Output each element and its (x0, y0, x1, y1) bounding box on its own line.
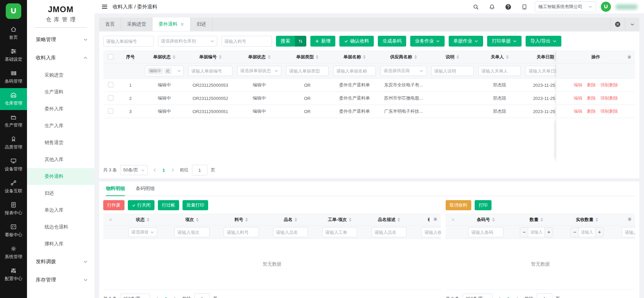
close-line-button[interactable]: 行关闭 (128, 200, 155, 210)
delete-link[interactable]: 删除 (587, 96, 596, 101)
filter-barcode-input[interactable] (468, 227, 503, 237)
col-qty[interactable]: 数量 (511, 214, 562, 226)
qty-input[interactable] (528, 230, 544, 235)
filter-status-tag-select[interactable]: 编辑中 处 (145, 65, 184, 76)
col-supplier[interactable]: 供应商名称 (378, 51, 429, 63)
confirm-receive-button[interactable]: 确认收料 (339, 36, 374, 47)
column-settings-gear-icon[interactable] (627, 55, 632, 60)
sidebar-item-move-inbound[interactable]: 挪料入库 (27, 236, 94, 252)
toggle-advanced-search-button[interactable] (295, 36, 306, 47)
col-workorder-line[interactable]: 工单-项次 (315, 214, 364, 226)
filter-line-no-input[interactable] (174, 227, 209, 237)
print-button[interactable]: 打印 (475, 200, 492, 210)
col-note[interactable]: 说明 (429, 51, 476, 63)
page-size-select[interactable]: 50条/页 (120, 165, 147, 175)
filter-doc-type-input[interactable] (286, 66, 329, 76)
sort-icons[interactable] (595, 218, 598, 222)
batch-print-button[interactable]: 批量打印 (183, 200, 208, 210)
select-all-checkbox[interactable] (108, 54, 113, 59)
col-part-desc[interactable]: 品名描述 (364, 214, 414, 226)
sort-icons[interactable] (295, 218, 297, 222)
post-line-button[interactable]: 行过帐 (158, 200, 179, 210)
table-horizontal-scroll[interactable]: 序号 单据状态 单据编号 单据状态 单据类型 单据名称 供应商名称 说明 关单人 (103, 51, 635, 161)
import-export-dropdown[interactable]: 导入/导出 (526, 36, 561, 47)
sort-icons[interactable] (245, 218, 248, 222)
current-page[interactable]: 1 (162, 168, 166, 173)
col-doc-status[interactable]: 单据状态 (235, 51, 284, 63)
current-page[interactable]: 1 (164, 296, 168, 298)
sort-icons[interactable] (456, 55, 459, 59)
tab-giveback[interactable]: 归还 (191, 18, 213, 31)
doc-no-search-input[interactable] (103, 36, 154, 47)
col-part-no[interactable]: 料号 (217, 214, 266, 226)
close-icon[interactable] (109, 218, 113, 222)
add-button[interactable]: 新增 (310, 36, 335, 47)
avatar[interactable] (601, 2, 611, 12)
menu-group-receiving[interactable]: 收料入库 (27, 49, 94, 67)
prev-page-button[interactable] (151, 165, 159, 175)
col-line-status[interactable]: 状态 (118, 214, 167, 226)
sidebar-item-lineside-return[interactable]: 线边仓退料 (27, 219, 94, 236)
col-doc-status-tag[interactable]: 单据状态 (143, 51, 186, 63)
close-all-tabs-button[interactable] (610, 18, 625, 31)
filter-workorder-input[interactable] (322, 227, 357, 237)
document-ops-dropdown[interactable]: 单据作业 (449, 36, 483, 47)
goto-page-input[interactable] (194, 293, 210, 298)
void-line-button[interactable]: 行作废 (103, 200, 124, 210)
filter-clipped-input[interactable] (622, 227, 635, 237)
company-select[interactable]: 楠工智能系统有限公司 (535, 1, 596, 12)
rail-item-system[interactable]: 系统管理 (0, 242, 27, 264)
menu-group-strategy[interactable]: 策略管理 (27, 30, 94, 49)
rail-item-report-center[interactable]: 报表中心 (0, 198, 27, 220)
tab-barcode-detail[interactable]: 条码明细 (136, 182, 155, 196)
notifications-button[interactable] (486, 1, 498, 12)
filter-part-desc-input[interactable] (371, 227, 407, 237)
sort-icons[interactable] (414, 55, 417, 59)
force-delete-link[interactable]: 强制删除 (600, 82, 618, 87)
rail-item-barcode[interactable]: 条码管理 (0, 66, 27, 88)
table-row[interactable]: 1 编辑中 OR231125000053 编辑中 OR 委外生产退料单 东莞市全… (103, 79, 635, 92)
sidebar-item-outsourcing-inbound[interactable]: 委外入库 (27, 101, 94, 117)
col-doc-type[interactable]: 单据类型 (284, 51, 331, 63)
row-checkbox[interactable] (108, 108, 113, 114)
next-page-button[interactable] (169, 165, 176, 175)
edit-link[interactable]: 编辑 (573, 96, 582, 101)
col-doc-name[interactable]: 单据名称 (331, 51, 378, 63)
tab-outsourcing-return[interactable]: 委外退料 (152, 18, 191, 31)
current-page[interactable]: 1 (507, 296, 510, 298)
sort-icons[interactable] (363, 55, 366, 59)
col-part-name[interactable]: 品名 (266, 214, 315, 226)
device-button[interactable] (519, 1, 530, 12)
filter-part-no-input[interactable] (224, 227, 259, 237)
rail-item-kanban-center[interactable]: 看板中心 (0, 220, 27, 242)
decrement-button[interactable] (571, 227, 579, 237)
sort-icons[interactable] (506, 55, 509, 59)
filter-line-status-select[interactable]: 请选择状态 (128, 227, 157, 237)
sidebar-item-giveback[interactable]: 归还 (27, 185, 94, 202)
sidebar-item-purchase-receipt[interactable]: 采购进货 (27, 67, 94, 84)
filter-part-name-input[interactable] (273, 227, 308, 237)
sort-icons[interactable] (147, 218, 149, 222)
col-doc-no[interactable]: 单据编号 (186, 51, 235, 63)
sidebar-item-production-inbound[interactable]: 生产入库 (27, 117, 94, 134)
col-actual-qty[interactable]: 实收数量 (562, 214, 612, 226)
sidebar-item-other-inbound[interactable]: 其他入库 (27, 151, 94, 168)
column-settings-gear-icon[interactable] (624, 214, 635, 224)
generate-barcode-button[interactable]: 生成条码 (378, 36, 406, 47)
table-row[interactable]: 2 编辑中 OR231125000052 编辑中 OR 委外生产退料单 苏州市华… (103, 92, 635, 105)
search-button[interactable]: 搜索 (276, 36, 295, 47)
prev-page-button[interactable] (153, 294, 161, 298)
sidebar-item-outsourcing-return[interactable]: 委外退料 (27, 168, 94, 185)
close-icon[interactable] (180, 22, 184, 26)
increment-button[interactable] (544, 227, 553, 237)
collapse-sidebar-button[interactable] (101, 3, 108, 10)
row-checkbox[interactable] (108, 95, 113, 101)
filter-note-input[interactable] (431, 66, 474, 76)
rail-item-warehouse[interactable]: 仓库管理 (0, 88, 27, 110)
prev-page-button[interactable] (496, 294, 503, 298)
warehouse-select[interactable]: 请选择收料仓库别 (158, 36, 217, 47)
sort-icons[interactable] (173, 55, 175, 59)
part-no-search-input[interactable] (221, 36, 272, 47)
app-logo[interactable] (6, 3, 21, 19)
edit-link[interactable]: 编辑 (573, 82, 582, 87)
